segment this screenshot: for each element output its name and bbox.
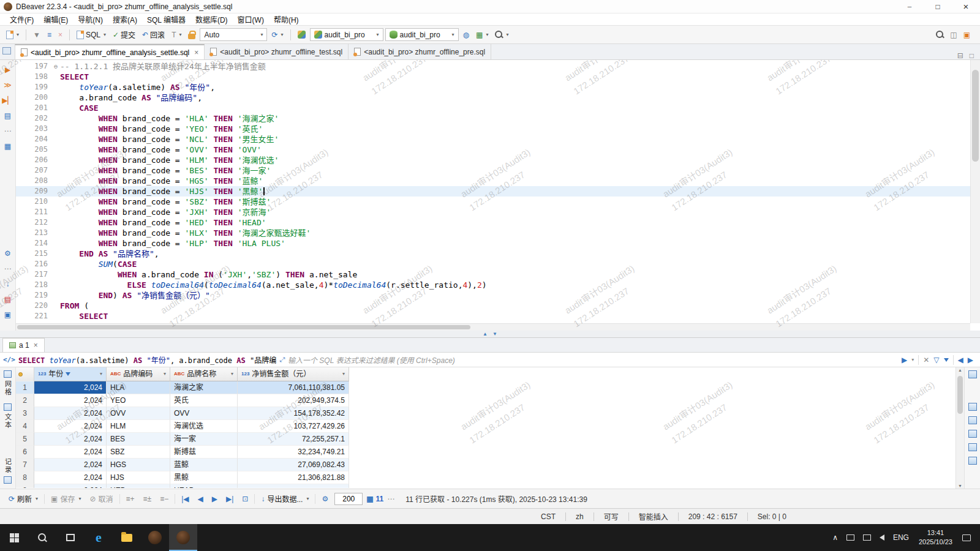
new-sql-editor-button[interactable]: [4, 29, 21, 41]
explain-plan-icon[interactable]: ▤: [3, 111, 13, 121]
grid-cell[interactable]: 黑鲸: [170, 471, 238, 484]
menu-edit[interactable]: 编辑(E): [39, 13, 73, 26]
menu-window[interactable]: 窗口(W): [233, 13, 269, 26]
prev-page-button[interactable]: ◀: [195, 493, 206, 504]
menu-search[interactable]: 搜索(A): [108, 13, 142, 26]
row-number-cell[interactable]: 5: [16, 433, 34, 446]
code-line-203[interactable]: 203 WHEN brand_code = 'YEO' THEN '英氏': [16, 124, 970, 134]
scrollbar-thumb[interactable]: [957, 376, 963, 414]
code-line-214[interactable]: 214 WHEN brand_code = 'HLP' THEN 'HLA PL…: [16, 238, 970, 249]
schema-combo[interactable]: audit_bi_pro: [385, 28, 459, 41]
grid-cell[interactable]: 2,024: [34, 407, 107, 420]
grid-cell[interactable]: HLA: [107, 381, 170, 394]
save-button[interactable]: ▣保存: [48, 492, 83, 506]
code-line-216[interactable]: 216 SUM(CASE: [16, 259, 970, 269]
record-mode-toggle[interactable]: 记录: [3, 458, 13, 489]
tray-expand-button[interactable]: ∧: [828, 524, 842, 551]
filter-settings-button[interactable]: ▦: [473, 29, 491, 40]
more-dots-icon[interactable]: ⋯: [3, 264, 13, 274]
menu-navigate[interactable]: 导航(N): [73, 13, 108, 26]
column-header-3[interactable]: 123净销售金额（元）▾: [238, 367, 349, 381]
grid-cell[interactable]: 英氏: [170, 394, 238, 407]
code-line-206[interactable]: 206 WHEN brand_code = 'HLM' THEN '海澜优选': [16, 155, 970, 165]
row-number-cell[interactable]: 6: [16, 446, 34, 459]
scroll-up-icon[interactable]: ▲: [956, 368, 964, 372]
code-line-210[interactable]: 210 WHEN brand_code = 'SBZ' THEN '斯搏兹': [16, 197, 970, 207]
network-button[interactable]: ◍: [461, 29, 472, 40]
editor-vertical-scrollbar[interactable]: [970, 60, 980, 323]
grid-cell[interactable]: 103,727,429.26: [238, 420, 349, 433]
grid-cell[interactable]: 21,306,821.88: [238, 471, 349, 484]
add-row-button[interactable]: ≡+: [124, 493, 137, 504]
editor-tab-1[interactable]: <audit_bi_pro> zhumr_offline_test.sql: [205, 44, 349, 59]
grid-cell[interactable]: 72,255,257.1: [238, 433, 349, 446]
last-page-button[interactable]: ▶|: [224, 493, 236, 504]
rollback-button[interactable]: ↶回滚: [140, 28, 167, 42]
table-row[interactable]: 72,024HGS蓝鲸27,069,082.43: [16, 459, 956, 471]
notification-center-button[interactable]: [958, 524, 975, 551]
code-line-199[interactable]: 199 toYear(a.saletime) AS "年份",: [16, 82, 970, 92]
column-dropdown-icon[interactable]: ▾: [342, 367, 345, 381]
settings-gear-icon[interactable]: ⚙: [3, 249, 13, 258]
grid-cell[interactable]: OVV: [170, 407, 238, 420]
code-line-215[interactable]: 215 END AS "品牌名称",: [16, 249, 970, 259]
grid-cell[interactable]: 2,024: [34, 420, 107, 433]
execute-statement-icon[interactable]: ▶: [3, 65, 13, 75]
log-icon[interactable]: ▤: [3, 294, 13, 304]
grid-settings-button[interactable]: ⚙: [319, 493, 331, 504]
grid-cell[interactable]: 2,024: [34, 433, 107, 446]
code-line-204[interactable]: 204 WHEN brand_code = 'NCL' THEN '男生女生': [16, 134, 970, 144]
edge-button[interactable]: e: [85, 524, 113, 551]
table-row[interactable]: 82,024HJS黑鲸21,306,821.88: [16, 471, 956, 484]
column-dropdown-icon[interactable]: ▾: [231, 367, 233, 381]
taskbar-search-button[interactable]: [28, 524, 56, 551]
grid-cell[interactable]: 海澜优选: [170, 420, 238, 433]
taskbar-clock[interactable]: 13:41 2025/10/23: [913, 528, 958, 547]
grid-cell[interactable]: 海澜之家: [170, 381, 238, 394]
grid-cell[interactable]: 蓝鲸: [170, 459, 238, 471]
fold-marker-icon[interactable]: ⊖: [51, 61, 60, 72]
execute-new-tab-icon[interactable]: ≫: [3, 80, 13, 90]
minimize-editor-icon[interactable]: ⊟: [957, 52, 963, 59]
editor-tab-2[interactable]: <audit_bi_pro> zhumr_offline_pre.sql: [349, 44, 491, 59]
grid-cell[interactable]: SBZ: [107, 446, 170, 459]
apply-filter-icon[interactable]: ▶: [902, 356, 907, 364]
first-page-button[interactable]: |◀: [179, 493, 191, 504]
app-button-2-active[interactable]: [169, 524, 197, 551]
file-explorer-button[interactable]: [113, 524, 141, 551]
delete-row-button[interactable]: ≡−: [157, 493, 171, 504]
editor-tab-0[interactable]: <audit_bi_pro> zhumr_offline_analysis_se…: [15, 44, 205, 59]
column-header-0[interactable]: 123年份▾: [34, 367, 107, 381]
database-selector-icon-button[interactable]: [295, 29, 308, 40]
cancel-button[interactable]: ⊘取消: [87, 492, 115, 506]
grid-cell[interactable]: OVV: [107, 407, 170, 420]
code-line-207[interactable]: 207 WHEN brand_code = 'BES' THEN '海一家': [16, 165, 970, 176]
panel-metadata-icon[interactable]: [968, 416, 977, 424]
code-line-217[interactable]: 217 WHEN a.brand_code IN ('JXH','SBZ') T…: [16, 269, 970, 280]
start-button[interactable]: [0, 524, 28, 551]
open-console-icon[interactable]: ▦: [3, 141, 13, 151]
code-line-221[interactable]: 221 SELECT: [16, 311, 970, 321]
code-line-197[interactable]: 197⊖-- 1.1.2.1 按品牌关联原单统计24年上半年净销售金额: [16, 61, 970, 72]
global-search-icon[interactable]: [936, 31, 944, 39]
transaction-mode-combo[interactable]: Auto: [200, 28, 267, 41]
column-header-2[interactable]: ABC品牌名称▾: [170, 367, 238, 381]
grid-cell[interactable]: 2,024: [34, 381, 107, 394]
export-data-button[interactable]: ↓导出数据...: [258, 492, 311, 506]
app-button-1[interactable]: [141, 524, 169, 551]
filter-funnel-icon[interactable]: [944, 358, 949, 362]
minimize-button[interactable]: [895, 0, 924, 13]
code-line-209[interactable]: 209 WHEN brand_code = 'HJS' THEN '黑鲸': [16, 186, 970, 197]
clear-filter-icon[interactable]: ✕: [923, 356, 929, 364]
maximize-button[interactable]: [924, 0, 952, 13]
row-number-cell[interactable]: 3: [16, 407, 34, 420]
grid-cell[interactable]: 2,024: [34, 459, 107, 471]
grid-cell[interactable]: BES: [107, 433, 170, 446]
commit-button[interactable]: ✓提交: [110, 28, 138, 42]
panel-value-viewer-icon[interactable]: [968, 370, 977, 378]
quick-search-button[interactable]: [492, 29, 511, 40]
status-language[interactable]: zh: [566, 512, 594, 521]
scrollbar-thumb[interactable]: [972, 70, 979, 162]
row-number-cell[interactable]: 8: [16, 471, 34, 484]
code-line-218[interactable]: 218 ELSE toDecimal64(toDecimal64(a.net_s…: [16, 280, 970, 290]
